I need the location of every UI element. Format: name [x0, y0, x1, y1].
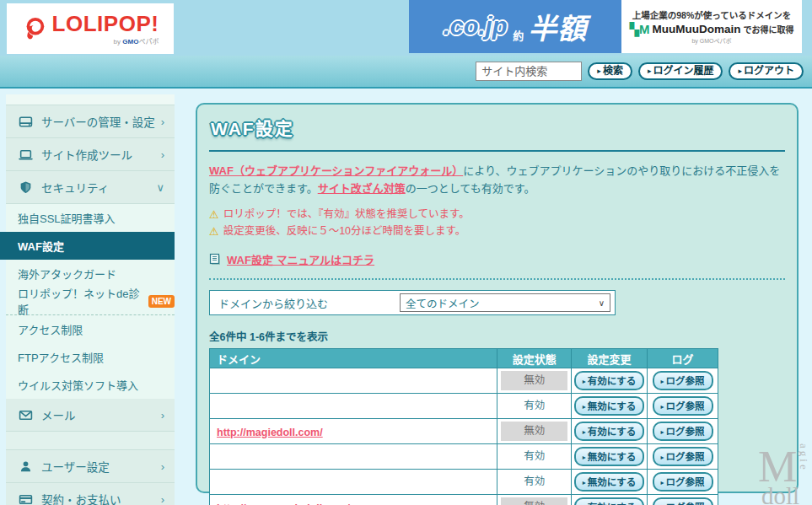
sidebar-item-label: WAF設定 [18, 238, 64, 254]
dotted-divider [209, 278, 785, 280]
sidebar-item-overseas-attack-guard[interactable]: 海外アタックガード [6, 260, 175, 287]
manual-icon [209, 253, 222, 266]
shield-icon [19, 180, 33, 195]
waf-table: ドメイン 設定状態 設定変更 ログ 無効 有効にする ログ参照 有効 無効にする… [209, 348, 718, 505]
sidebar-item-label: 独自SSL証明書導入 [18, 210, 116, 226]
muumuu-domain-ad[interactable]: 上場企業の98%が使っているドメインを ▚M MuuMuuDomain でお得に… [621, 0, 802, 53]
sidebar-item-label: セキュリティ [41, 179, 109, 196]
sidebar-item-label: アクセス制限 [18, 321, 83, 337]
log-reference-button[interactable]: ログ参照 [653, 497, 713, 505]
sidebar-item-label: FTPアクセス制限 [18, 349, 104, 365]
top-header: LOLIPOP! by GMOペパボ .co.jp 約 半額 上場企業の98%が… [0, 0, 812, 56]
log-reference-button[interactable]: ログ参照 [653, 447, 713, 466]
sidebar-item-server-settings[interactable]: サーバーの管理・設定 › [6, 105, 175, 138]
toggle-waf-button[interactable]: 有効にする [574, 422, 645, 441]
brand-text: LOLIPOP! [52, 13, 159, 35]
waf-manual-link[interactable]: WAF設定 マニュアルはコチラ [227, 251, 374, 267]
manual-link-row: WAF設定 マニュアルはコチラ [209, 251, 785, 267]
sidebar-item-user-settings[interactable]: ユーザー設定 › [6, 450, 175, 483]
toggle-waf-button[interactable]: 有効にする [574, 497, 645, 505]
table-row: 有効 無効にする ログ参照 [210, 394, 718, 419]
toggle-waf-button[interactable]: 無効にする [574, 447, 645, 466]
login-history-button[interactable]: ログイン履歴 [638, 62, 723, 80]
new-badge: NEW [148, 295, 175, 308]
sidebar-item-contract-payment[interactable]: 契約・お支払い › [6, 483, 175, 505]
sidebar-item-label: 海外アタックガード [18, 266, 116, 282]
chevron-right-icon: › [161, 409, 164, 422]
ad-brand: MuuMuuDomain [653, 23, 741, 35]
sidebar-item-label: サーバーの管理・設定 [41, 113, 155, 130]
table-header-row: ドメイン 設定状態 設定変更 ログ [210, 349, 718, 368]
title-divider [209, 150, 785, 152]
domain-select[interactable]: 全てのドメイン ∨ [400, 293, 610, 312]
domain-filter-label: ドメインから絞り込む [218, 295, 328, 311]
col-log: ログ [648, 349, 718, 368]
sidebar-item-ssl[interactable]: 独自SSL証明書導入 [6, 204, 175, 232]
domain-link[interactable]: http://www.magiedoll.com/ [217, 502, 350, 505]
tamper-protection-link[interactable]: サイト改ざん対策 [318, 182, 406, 195]
warnings: ⚠ ロリポップ！では、『有効』状態を推奨しています。 ⚠ 設定変更後、反映に５～… [209, 207, 785, 240]
toolbar-bar: 検索 ログイン履歴 ログアウト [0, 56, 812, 89]
status-cell: 無効 [497, 368, 572, 394]
toggle-waf-button[interactable]: 無効にする [574, 396, 645, 416]
page-title: WAF設定 [211, 115, 785, 140]
sidebar-item-label: ロリポップ！ネットde診断 [18, 285, 143, 317]
table-row: 有効 無効にする ログ参照 [210, 470, 718, 495]
waf-glossary-link[interactable]: WAF（ウェブアプリケーションファイアウォール） [209, 164, 463, 177]
domain-select-value: 全てのドメイン [406, 295, 480, 311]
table-row: http://www.magiedoll.com/ 無効 有効にする ログ参照 [210, 495, 718, 505]
log-reference-button[interactable]: ログ参照 [653, 422, 713, 441]
domain-link[interactable]: http://magiedoll.com/ [217, 427, 323, 438]
sidebar-item-waf[interactable]: WAF設定 [0, 232, 175, 260]
table-row: 無効 有効にする ログ参照 [210, 368, 718, 394]
log-reference-button[interactable]: ログ参照 [653, 472, 713, 492]
chevron-right-icon: › [161, 460, 164, 473]
sidebar-item-label: 契約・お支払い [41, 491, 121, 505]
sidebar-item-access-restriction[interactable]: アクセス制限 [6, 315, 175, 343]
status-cell: 無効 [497, 419, 572, 444]
mail-icon [19, 408, 33, 422]
sidebar-nav: サーバーの管理・設定 › サイト作成ツール › セキュリティ ∨ 独自SSL証明… [6, 94, 175, 505]
lolipop-logo[interactable]: LOLIPOP! by GMOペパボ [7, 3, 174, 54]
sidebar-item-mail[interactable]: メール › [6, 399, 175, 432]
site-search-input[interactable] [476, 62, 582, 81]
status-cell: 有効 [497, 470, 572, 495]
server-icon [19, 115, 33, 129]
sidebar-item-label: メール [41, 406, 76, 423]
warning-icon: ⚠ [209, 223, 219, 240]
muumuu-logo-icon: ▚M [629, 23, 649, 35]
toggle-waf-button[interactable]: 無効にする [574, 472, 645, 492]
log-reference-button[interactable]: ログ参照 [653, 396, 713, 416]
sidebar-item-antivirus[interactable]: ウイルス対策ソフト導入 [6, 371, 175, 399]
banner-tld: .co.jp [444, 13, 508, 40]
ad-byline: by GMOペパボ [691, 36, 731, 45]
status-cell: 有効 [497, 444, 572, 470]
sidebar-item-ftp-access-restriction[interactable]: FTPアクセス制限 [6, 343, 175, 371]
sidebar-item-net-de-shindan[interactable]: ロリポップ！ネットde診断 NEW [6, 287, 175, 315]
ad-line1: 上場企業の98%が使っているドメインを [632, 8, 792, 21]
intro-text: WAF（ウェブアプリケーションファイアウォール）により、ウェブアプリケーションの… [209, 162, 785, 198]
log-reference-button[interactable]: ログ参照 [653, 371, 713, 390]
chevron-right-icon: › [161, 116, 164, 128]
sidebar-item-site-tools[interactable]: サイト作成ツール › [6, 138, 175, 171]
chevron-right-icon: › [161, 148, 164, 161]
banner-approx: 約 [513, 27, 524, 43]
laptop-icon [19, 148, 33, 162]
sidebar-item-label: ユーザー設定 [41, 458, 110, 475]
table-row: http://magiedoll.com/ 無効 有効にする ログ参照 [210, 419, 718, 444]
watermark-vertical: agie [797, 443, 810, 472]
sidebar-item-security[interactable]: セキュリティ ∨ [6, 171, 175, 204]
status-cell: 無効 [497, 495, 572, 505]
cojp-campaign-banner[interactable]: .co.jp 約 半額 [409, 0, 621, 53]
warning-line: ⚠ 設定変更後、反映に５～10分ほど時間を要します。 [209, 223, 785, 240]
warning-line: ⚠ ロリポップ！では、『有効』状態を推奨しています。 [209, 207, 785, 223]
logout-button[interactable]: ログアウト [729, 62, 804, 80]
warning-icon: ⚠ [209, 207, 219, 223]
result-count: 全6件中 1-6件までを表示 [209, 328, 785, 344]
sidebar-partial-row [6, 94, 175, 105]
search-button[interactable]: 検索 [588, 62, 632, 80]
toggle-waf-button[interactable]: 有効にする [574, 371, 645, 390]
sidebar-item-label: サイト作成ツール [41, 146, 132, 163]
chevron-right-icon: › [161, 493, 164, 505]
waf-settings-panel: WAF設定 WAF（ウェブアプリケーションファイアウォール）により、ウェブアプリ… [196, 103, 799, 493]
